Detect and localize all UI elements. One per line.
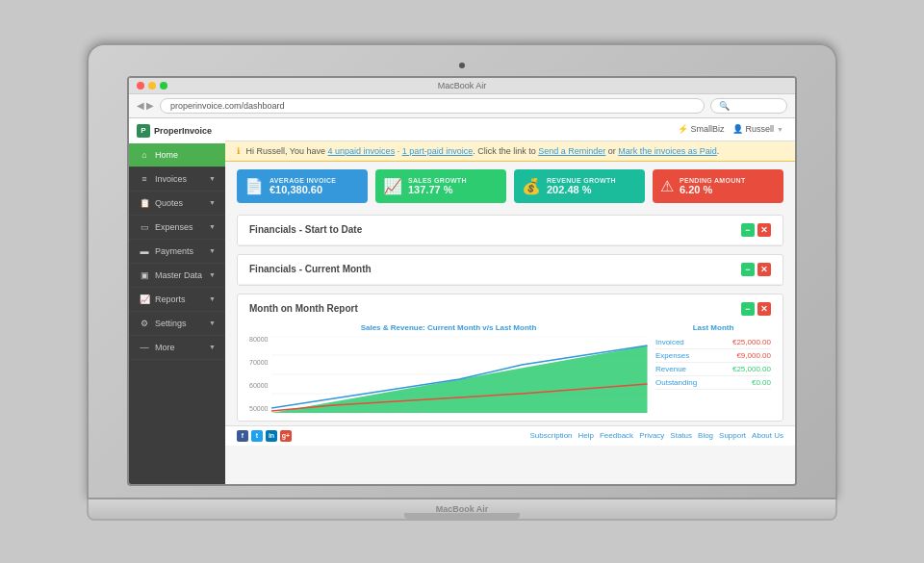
legend-row-1: Expenses €9,000.00 [655,349,771,363]
facebook-icon[interactable]: f [237,430,248,442]
browser-title: MacBook Air [438,81,487,90]
unpaid-invoices-link[interactable]: 4 unpaid invoices [328,146,396,156]
sidebar-item-home[interactable]: ⌂ Home [129,143,225,167]
quotes-icon: 📋 [139,198,150,208]
browser-chrome: MacBook Air ◀ ▶ properinvoice.com/dashbo… [129,78,795,118]
sidebar-item-invoices[interactable]: ≡ Invoices ▼ [129,167,225,192]
home-icon: ⌂ [139,150,150,160]
minimize-btn-0[interactable]: − [741,223,755,237]
close-dot[interactable] [137,82,144,90]
invoices-icon: ≡ [139,174,150,184]
part-paid-link[interactable]: 1 part-paid invoice [402,146,474,156]
alert-icon: ℹ [237,146,240,156]
browser-dots [137,82,167,90]
googleplus-icon[interactable]: g+ [280,430,292,442]
close-btn-0[interactable]: ✕ [757,223,771,237]
forward-arrow[interactable]: ▶ [146,100,154,111]
footer-feedback[interactable]: Feedback [600,431,633,440]
app-container: P ProperInvoice ⌂ Home ≡ Invoices [129,118,795,484]
chevron-icon: ▼ [209,320,216,326]
stat-label-0: AVERAGE INVOICE [270,177,336,184]
sidebar-label-settings: Settings [155,319,187,328]
chart-title-label: Sales & Revenue: Current Month v/s Last … [249,323,648,332]
sidebar-item-reports[interactable]: 📈 Reports ▼ [129,288,225,312]
chevron-icon: ▼ [209,271,216,278]
alert-text: Hi Russell, You have 4 unpaid invoices ·… [246,146,720,156]
legend-value-3: €0.00 [752,378,771,387]
legend-row-0: Invoiced €25,000.00 [655,336,771,349]
sidebar-item-more[interactable]: — More ▼ [129,336,225,360]
logo-icon: P [137,124,150,138]
close-btn-2[interactable]: ✕ [757,302,771,316]
footer-privacy[interactable]: Privacy [639,431,664,440]
maximize-dot[interactable] [160,82,167,90]
last-month-label: Last Month [655,323,771,332]
chart-graph: Sales & Revenue: Current Month v/s Last … [249,323,648,413]
chevron-icon: ▼ [209,295,216,302]
footer-subscription[interactable]: Subscription [530,431,573,440]
sidebar-item-payments[interactable]: ▬ Payments ▼ [129,240,225,264]
stat-pending: ⚠ PENDING AMOUNT 6.20 % [653,169,783,203]
screen-bezel: MacBook Air ◀ ▶ properinvoice.com/dashbo… [87,43,837,499]
laptop-base: MacBook Air [87,499,837,521]
user-label: Russell [746,124,775,134]
mark-paid-link[interactable]: Mark the invoices as Paid [618,146,717,156]
masterdata-icon: ▣ [139,270,150,280]
sidebar-item-expenses[interactable]: ▭ Expenses ▼ [129,216,225,240]
twitter-icon[interactable]: t [251,430,263,442]
footer-blog[interactable]: Blog [698,431,713,440]
sidebar-label-expenses: Expenses [155,222,193,232]
sidebar-label-more: More [155,343,175,352]
footer-about[interactable]: About Us [752,431,783,440]
revenue-stat-icon: 💰 [522,177,541,195]
footer-status[interactable]: Status [670,431,692,440]
search-input[interactable]: 🔍 [710,98,787,114]
legend-label-2: Revenue [655,365,686,373]
reports-icon: 📈 [139,294,150,304]
address-bar: ◀ ▶ properinvoice.com/dashboard 🔍 [129,94,795,117]
user-icon: 👤 [732,124,743,134]
reminder-link[interactable]: Send a Reminder [538,146,605,156]
close-btn-1[interactable]: ✕ [757,263,771,276]
stat-value-2: 202.48 % [547,184,616,195]
legend-row-3: Outstanding €0.00 [655,376,771,390]
linkedin-icon[interactable]: in [266,430,277,442]
smallbiz-nav[interactable]: ⚡ SmallBiz [678,124,725,134]
footer-support[interactable]: Support [719,431,746,440]
y-axis-50000: 50000 [249,405,268,412]
panel-title-2: Month on Month Report [249,303,358,314]
sidebar-label-quotes: Quotes [155,198,183,208]
social-icons: f t in g+ [237,430,292,442]
sidebar: P ProperInvoice ⌂ Home ≡ Invoices [129,118,225,484]
camera [459,63,465,68]
legend-value-1: €9,000.00 [736,351,771,360]
panel-financials-current: Financials - Current Month − ✕ [237,254,783,286]
y-axis-80000: 80000 [249,336,268,343]
legend-label-0: Invoiced [655,338,684,346]
minimize-btn-1[interactable]: − [741,263,755,276]
address-input[interactable]: properinvoice.com/dashboard [160,98,705,114]
sidebar-label-payments: Payments [155,246,193,256]
chevron-icon: ▼ [209,199,216,206]
alert-bar: ℹ Hi Russell, You have 4 unpaid invoices… [225,141,795,162]
minimize-btn-2[interactable]: − [741,302,755,316]
app-footer: f t in g+ Subscription Help Feedback Pri… [225,425,795,446]
top-nav: ⚡ SmallBiz 👤 Russell ▼ [225,118,795,141]
stats-row: 📄 AVERAGE INVOICE €10,380.60 📈 SALES GRO… [225,162,795,211]
stat-average-invoice: 📄 AVERAGE INVOICE €10,380.60 [237,169,368,203]
stat-value-1: 137.77 % [408,184,467,195]
minimize-dot[interactable] [148,82,156,90]
back-arrow[interactable]: ◀ [137,100,144,111]
chart-area: Sales & Revenue: Current Month v/s Last … [238,323,783,413]
sidebar-label-invoices: Invoices [155,174,187,184]
user-nav[interactable]: 👤 Russell ▼ [732,124,783,134]
main-content: ⚡ SmallBiz 👤 Russell ▼ ℹ Hi Russell, You… [225,118,795,484]
sidebar-item-settings[interactable]: ⚙ Settings ▼ [129,312,225,336]
settings-icon: ⚙ [139,319,150,328]
smallbiz-label: SmallBiz [691,124,725,134]
footer-help[interactable]: Help [578,431,594,440]
sidebar-item-quotes[interactable]: 📋 Quotes ▼ [129,192,225,216]
chart-svg [271,336,648,413]
sidebar-label-home: Home [155,150,178,160]
sidebar-item-masterdata[interactable]: ▣ Master Data ▼ [129,264,225,288]
